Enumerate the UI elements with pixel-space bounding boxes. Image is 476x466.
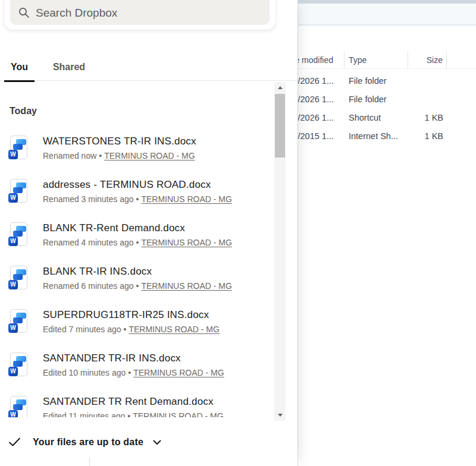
explorer-file-list: /2026 1... File folder /2026 1... File f… xyxy=(298,71,476,145)
word-file-icon: W xyxy=(8,222,29,248)
explorer-row[interactable]: /2015 1... Internet Sh... 1 KB xyxy=(298,127,476,145)
file-location-link[interactable]: TERMINUS ROAD - MG xyxy=(133,368,224,377)
word-file-icon: W xyxy=(8,135,29,161)
scroll-up-arrow-icon xyxy=(278,86,283,89)
file-title: SUPERDRUG118TR-IR25 INS.docx xyxy=(43,309,220,321)
sync-status-bar[interactable]: Your files are up to date xyxy=(0,430,298,454)
word-file-icon: W xyxy=(8,308,29,335)
dropbox-tray-popup: You Shared Today W WATERSTONES TR-IR INS… xyxy=(0,0,298,466)
file-location-link[interactable]: TERMINUS ROAD - MG xyxy=(129,325,219,334)
word-file-icon: W xyxy=(8,395,29,418)
recent-file-item[interactable]: W BLANK TR-Rent Demand.docx Renamed 4 mi… xyxy=(0,213,274,256)
file-location-link[interactable]: TERMINUS ROAD - MG xyxy=(133,411,223,418)
explorer-spacer xyxy=(298,26,476,51)
file-title: WATERSTONES TR-IR INS.docx xyxy=(43,136,196,147)
explorer-column-headers: Date modified Type Size xyxy=(298,51,476,69)
file-meta: Edited 7 minutes ago•TERMINUS ROAD - MG xyxy=(43,325,220,334)
file-title: SANTANDER TR Rent Demand.docx xyxy=(43,396,224,408)
file-location-link[interactable]: TERMINUS ROAD - MG xyxy=(141,238,231,247)
recent-file-item[interactable]: W SUPERDRUG118TR-IR25 INS.docx Edited 7 … xyxy=(0,300,274,343)
section-header-today: Today xyxy=(10,106,274,116)
word-file-icon: W xyxy=(8,178,29,204)
file-location-link[interactable]: TERMINUS ROAD - MG xyxy=(141,281,231,291)
scroll-up-button[interactable] xyxy=(274,83,286,93)
file-meta: Renamed 4 minutes ago•TERMINUS ROAD - MG xyxy=(43,238,232,247)
column-header-size[interactable]: Size xyxy=(408,51,447,68)
search-input[interactable] xyxy=(36,7,249,20)
file-meta: Renamed now•TERMINUS ROAD - MG xyxy=(43,151,196,160)
column-header-empty xyxy=(447,51,476,68)
checkmark-icon xyxy=(8,437,21,447)
window-edge-artifact xyxy=(89,458,90,466)
scrollbar-thumb[interactable] xyxy=(275,94,285,158)
recent-file-item[interactable]: W SANTANDER TR Rent Demand.docx Edited 1… xyxy=(0,386,274,417)
explorer-row[interactable]: /2026 1... Shortcut 1 KB xyxy=(298,108,476,127)
word-file-icon: W xyxy=(8,352,29,378)
sync-status-label: Your files are up to date xyxy=(33,437,143,448)
column-header-type[interactable]: Type xyxy=(345,51,408,68)
file-title: addresses - TERMINUS ROAD.docx xyxy=(43,179,232,191)
file-title: SANTANDER TR-IR INS.docx xyxy=(43,352,224,364)
recent-file-item[interactable]: W SANTANDER TR-IR INS.docx Edited 10 min… xyxy=(0,343,274,386)
file-location-link[interactable]: TERMINUS ROAD - MG xyxy=(141,194,231,204)
file-meta: Edited 11 minutes ago•TERMINUS ROAD - MG xyxy=(43,411,224,418)
file-location-link[interactable]: TERMINUS ROAD - MG xyxy=(104,151,195,160)
tab-shared[interactable]: Shared xyxy=(48,53,90,80)
recent-file-item[interactable]: W WATERSTONES TR-IR INS.docx Renamed now… xyxy=(0,126,274,169)
explorer-row[interactable]: /2026 1... File folder xyxy=(298,71,476,90)
file-meta: Renamed 3 minutes ago•TERMINUS ROAD - MG xyxy=(43,194,232,204)
search-box[interactable] xyxy=(10,0,270,25)
chevron-down-icon[interactable] xyxy=(153,440,161,445)
explorer-row[interactable]: /2026 1... File folder xyxy=(298,90,476,108)
scroll-down-button[interactable] xyxy=(274,410,286,420)
search-icon xyxy=(18,7,30,18)
list-scrollbar[interactable] xyxy=(274,82,286,421)
search-card xyxy=(4,0,275,30)
tab-you[interactable]: You xyxy=(4,53,35,80)
recent-files-list: Today W WATERSTONES TR-IR INS.docx Renam… xyxy=(0,81,274,417)
tabs-row: You Shared xyxy=(0,53,298,81)
file-meta: Renamed 6 minutes ago•TERMINUS ROAD - MG xyxy=(43,281,232,291)
column-header-date-modified[interactable]: Date modified xyxy=(298,51,345,68)
file-title: BLANK TR-Rent Demand.docx xyxy=(43,222,232,234)
explorer-toolbar xyxy=(298,4,476,26)
recent-file-item[interactable]: W addresses - TERMINUS ROAD.docx Renamed… xyxy=(0,169,274,213)
file-explorer-window: Date modified Type Size /2026 1... File … xyxy=(298,0,476,466)
scroll-down-arrow-icon xyxy=(278,414,283,417)
file-meta: Edited 10 minutes ago•TERMINUS ROAD - MG xyxy=(43,368,224,377)
word-file-icon: W xyxy=(8,265,29,291)
file-title: BLANK TR-IR INS.docx xyxy=(43,266,232,278)
recent-file-item[interactable]: W BLANK TR-IR INS.docx Renamed 6 minutes… xyxy=(0,256,274,300)
